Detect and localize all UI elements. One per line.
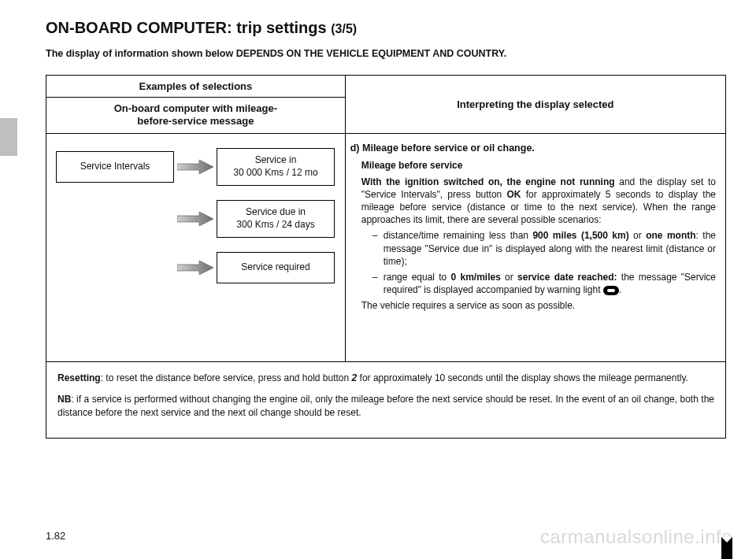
li1-c: or xyxy=(629,230,646,241)
watermark: carmanualsonline.info xyxy=(540,526,732,548)
box-service-in-l2: 30 000 Kms / 12 mo xyxy=(233,167,317,180)
reset-t2: for approximately 10 seconds until the d… xyxy=(357,372,688,383)
box-service-in-l1: Service in xyxy=(255,154,297,167)
svg-marker-2 xyxy=(177,261,213,275)
box-service-due: Service due in 300 Kms / 24 days xyxy=(217,200,335,238)
header-interpret: Interpreting the display selected xyxy=(345,76,725,134)
li2-d: service date reached: xyxy=(517,272,617,283)
list-item-2: range equal to 0 km/miles or service dat… xyxy=(372,271,716,296)
li2-b: 0 km/miles xyxy=(451,272,501,283)
footer-cell: Resetting: to reset the distance before … xyxy=(46,361,726,438)
li1-a: distance/time remaining less than xyxy=(384,230,533,241)
page-side-tab xyxy=(0,118,17,156)
p1-ok: OK xyxy=(506,189,521,200)
arrow-right-icon xyxy=(177,159,213,175)
interpret-list: distance/time remaining less than 900 mi… xyxy=(372,229,716,296)
svg-marker-0 xyxy=(177,160,213,174)
bookmark-icon xyxy=(721,537,732,559)
footer-reset: Resetting: to reset the distance before … xyxy=(57,372,714,385)
footer-nb: NB: if a service is performed without ch… xyxy=(57,393,714,420)
box-service-in: Service in 30 000 Kms / 12 mo xyxy=(217,148,335,186)
arrow-2 xyxy=(174,211,217,227)
box-service-required-label: Service required xyxy=(241,261,309,274)
nb-text: : if a service is performed without chan… xyxy=(57,394,714,418)
page-number: 1.82 xyxy=(46,530,65,542)
title-main: ON-BOARD COMPUTER: trip settings xyxy=(46,19,331,36)
arrow-right-icon xyxy=(177,260,213,276)
example-row-3: Service required xyxy=(56,252,335,283)
interpret-p2: The vehicle requires a service as soon a… xyxy=(361,299,716,312)
arrow-right-icon xyxy=(177,211,213,227)
box-service-due-l2: 300 Kms / 24 days xyxy=(236,219,314,231)
box-service-due-l1: Service due in xyxy=(246,206,306,219)
title-sub: (3/5) xyxy=(331,22,357,35)
interpret-cell: d) Mileage before service or oil change.… xyxy=(345,133,725,361)
p1-bold1: With the ignition switched on, the engin… xyxy=(361,176,615,187)
header-examples: Examples of selections xyxy=(46,76,346,98)
li2-f: . xyxy=(619,284,621,295)
li1-d: one month xyxy=(646,230,695,241)
svg-marker-1 xyxy=(177,212,213,226)
nb-label: NB xyxy=(57,394,71,405)
content-table: Examples of selections Interpreting the … xyxy=(46,75,726,439)
header-obc-l1: On-board computer with mileage- xyxy=(114,102,277,114)
arrow-3 xyxy=(174,260,217,276)
example-row-2: Service due in 300 Kms / 24 days xyxy=(56,200,335,238)
header-obc: On-board computer with mileage- before-s… xyxy=(46,98,346,134)
example-row-1: Service Intervals Service in 30 000 Kms … xyxy=(56,148,335,186)
warning-light-icon xyxy=(603,286,619,295)
box-service-intervals: Service Intervals xyxy=(56,151,174,183)
page-title: ON-BOARD COMPUTER: trip settings (3/5) xyxy=(46,19,726,37)
arrow-1 xyxy=(174,159,217,175)
li1-b: 900 miles (1,500 km) xyxy=(532,230,628,241)
examples-cell: Service Intervals Service in 30 000 Kms … xyxy=(46,133,346,361)
interpret-body: Mileage before service With the ignition… xyxy=(361,159,716,312)
box-service-intervals-label: Service Intervals xyxy=(80,161,150,173)
reset-label: Resetting xyxy=(57,372,101,383)
li2-a: range equal to xyxy=(384,272,451,283)
interpret-p1: With the ignition switched on, the engin… xyxy=(361,176,716,227)
box-service-required: Service required xyxy=(217,252,335,283)
interpret-heading: d) Mileage before service or oil change. xyxy=(350,142,716,155)
header-obc-l2: before-service message xyxy=(137,115,254,127)
depends-line: The display of information shown below D… xyxy=(46,48,726,59)
li2-c: or xyxy=(501,272,517,283)
list-item-1: distance/time remaining less than 900 mi… xyxy=(372,229,716,268)
reset-t1: : to reset the distance before service, … xyxy=(101,372,352,383)
interpret-subhead: Mileage before service xyxy=(361,159,716,172)
